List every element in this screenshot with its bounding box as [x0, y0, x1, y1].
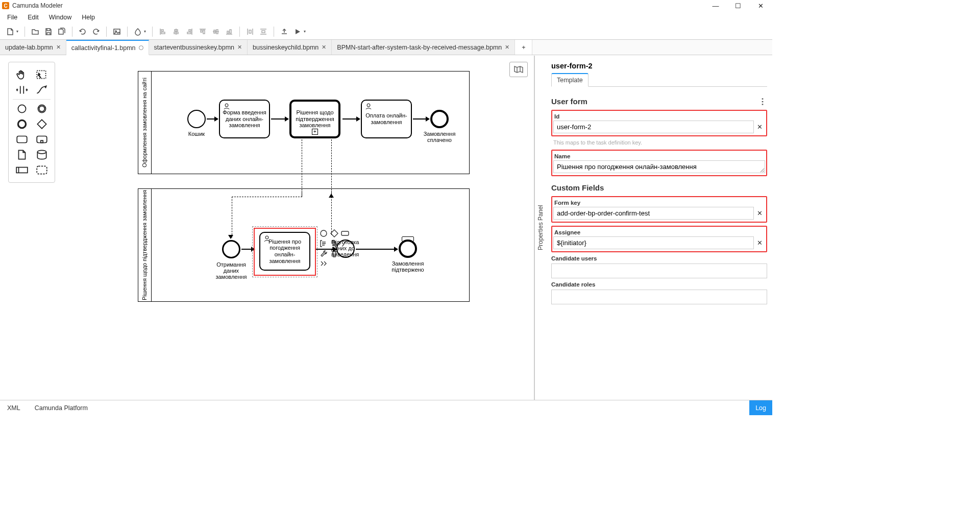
- bpmn-canvas[interactable]: Оформлення замовлення на сайті Кошик Фор…: [0, 56, 534, 400]
- field-id-group: Id ✕: [551, 110, 767, 136]
- status-platform-tab[interactable]: Camunda Platform: [28, 404, 95, 412]
- align-right-icon[interactable]: [183, 26, 195, 38]
- field-name-group: Name: [551, 150, 767, 176]
- task-confirm-subprocess[interactable]: Рішення щодо підтвердження замовлення +: [289, 100, 340, 138]
- svg-rect-12: [37, 166, 47, 174]
- align-left-icon[interactable]: [157, 26, 169, 38]
- svg-rect-9: [40, 140, 42, 142]
- hand-tool-icon[interactable]: [14, 68, 30, 81]
- new-tab-button[interactable]: +: [515, 40, 532, 55]
- svg-rect-17: [341, 231, 349, 235]
- window-minimize-icon[interactable]: ―: [711, 2, 720, 10]
- menu-file[interactable]: File: [2, 12, 22, 23]
- menu-edit[interactable]: Edit: [22, 12, 44, 23]
- tab-bussineskeychild[interactable]: bussineskeychild.bpmn ✕: [248, 40, 332, 55]
- field-id-hint: This maps to the task definition key.: [553, 139, 767, 146]
- undo-icon[interactable]: [77, 26, 89, 38]
- tab-update-lab[interactable]: update-lab.bpmn ✕: [0, 40, 66, 55]
- pool-icon[interactable]: [14, 164, 30, 176]
- field-formkey-group: Form key ✕: [551, 196, 767, 223]
- clear-icon[interactable]: ✕: [754, 209, 765, 217]
- connect-tool-icon[interactable]: [34, 84, 50, 96]
- distribute-v-icon[interactable]: [257, 26, 270, 38]
- panel-tab-template[interactable]: Template: [551, 73, 589, 87]
- close-icon[interactable]: ✕: [56, 44, 61, 51]
- field-formkey-input[interactable]: [553, 207, 754, 220]
- open-file-icon[interactable]: [29, 26, 41, 38]
- minimap-toggle[interactable]: [509, 62, 528, 77]
- menu-help[interactable]: Help: [77, 12, 100, 23]
- properties-panel-container: Properties Panel user-form-2 Template Us…: [534, 56, 772, 400]
- close-icon[interactable]: ✕: [237, 44, 242, 51]
- field-name-input[interactable]: [553, 160, 765, 173]
- intermediate-event-icon[interactable]: [34, 103, 50, 115]
- svg-point-13: [225, 104, 228, 107]
- deploy-icon[interactable]: [278, 26, 290, 38]
- ctx-annotation-icon[interactable]: [319, 239, 328, 248]
- save-icon[interactable]: [42, 26, 55, 38]
- color-icon[interactable]: [132, 26, 144, 38]
- end-event-label: Замовлення сплачено: [419, 131, 460, 143]
- ctx-more-icon[interactable]: [319, 259, 328, 269]
- close-icon[interactable]: ✕: [505, 44, 509, 51]
- lasso-tool-icon[interactable]: [34, 68, 50, 81]
- app-title: Camunda Modeler: [12, 2, 63, 9]
- save-all-icon[interactable]: [56, 26, 68, 38]
- ctx-task-icon[interactable]: [340, 229, 350, 238]
- status-xml-tab[interactable]: XML: [0, 404, 28, 412]
- field-candidate-users-input[interactable]: [551, 264, 767, 278]
- align-center-v-icon[interactable]: [210, 26, 222, 38]
- align-top-icon[interactable]: [197, 26, 209, 38]
- task-decision-selected[interactable]: Рішення про погодження онлайн-замовлення: [259, 232, 310, 271]
- tab-starteventbussineskey[interactable]: starteventbussineskey.bpmn ✕: [149, 40, 248, 55]
- new-file-icon[interactable]: [4, 26, 16, 38]
- redo-icon[interactable]: [90, 26, 102, 38]
- field-assignee-input[interactable]: [553, 236, 754, 249]
- end-event[interactable]: [399, 240, 417, 258]
- distribute-h-icon[interactable]: [244, 26, 256, 38]
- tab-bar: update-lab.bpmn ✕ callactivityfinal-1.bp…: [0, 40, 772, 55]
- data-object-icon[interactable]: [14, 149, 30, 161]
- field-id-input[interactable]: [553, 121, 754, 133]
- window-close-icon[interactable]: ✕: [756, 2, 765, 10]
- align-center-h-icon[interactable]: [170, 26, 182, 38]
- group-icon[interactable]: [34, 164, 50, 176]
- start-event[interactable]: [187, 110, 206, 128]
- svg-point-16: [321, 230, 327, 236]
- close-icon[interactable]: ✕: [322, 44, 326, 51]
- task-form-entry[interactable]: Форма введення даних онлайн-замовлення: [219, 100, 270, 138]
- ctx-event-icon[interactable]: [319, 229, 328, 238]
- svg-rect-8: [37, 136, 47, 143]
- field-candidate-roles-input[interactable]: [551, 290, 767, 304]
- toolbar: ▾ ▾ ▾: [0, 23, 772, 40]
- pool-2[interactable]: Рішення щодо підтвердження замовлення От…: [138, 188, 470, 302]
- start-event-label: Отримання даних замовлення: [208, 261, 254, 280]
- tab-bpmn-start-after[interactable]: BPMN-start-after-system-task-by-received…: [332, 40, 515, 55]
- end-event-icon[interactable]: [14, 118, 30, 130]
- data-store-icon[interactable]: [34, 149, 50, 161]
- tab-callactivityfinal[interactable]: callactivityfinal-1.bpmn: [66, 40, 149, 55]
- menu-window[interactable]: Window: [44, 12, 77, 23]
- end-event[interactable]: [430, 110, 449, 128]
- properties-panel-tab[interactable]: Properties Panel: [534, 56, 546, 400]
- start-event-icon[interactable]: [14, 103, 30, 115]
- pool-2-label: Рішення щодо підтвердження замовлення: [138, 189, 152, 301]
- start-event-message[interactable]: [222, 240, 240, 258]
- subprocess-icon[interactable]: [34, 133, 50, 146]
- ctx-wrench-icon[interactable]: [319, 249, 328, 258]
- pool-1[interactable]: Оформлення замовлення на сайті Кошик Фор…: [138, 71, 470, 174]
- window-maximize-icon[interactable]: ☐: [733, 2, 743, 10]
- clear-icon[interactable]: ✕: [754, 123, 765, 131]
- align-bottom-icon[interactable]: [223, 26, 235, 38]
- clear-icon[interactable]: ✕: [754, 239, 765, 247]
- log-button[interactable]: Log: [749, 400, 772, 415]
- svg-point-5: [39, 106, 44, 112]
- space-tool-icon[interactable]: [14, 84, 30, 96]
- image-icon[interactable]: [111, 26, 123, 38]
- app-icon: C: [2, 2, 9, 9]
- gateway-icon[interactable]: [34, 118, 50, 130]
- task-icon[interactable]: [14, 133, 30, 146]
- task-payment[interactable]: Оплата онлайн-замовлення: [361, 100, 412, 138]
- section-menu-icon[interactable]: ⋯: [758, 98, 768, 107]
- run-icon[interactable]: [291, 26, 304, 38]
